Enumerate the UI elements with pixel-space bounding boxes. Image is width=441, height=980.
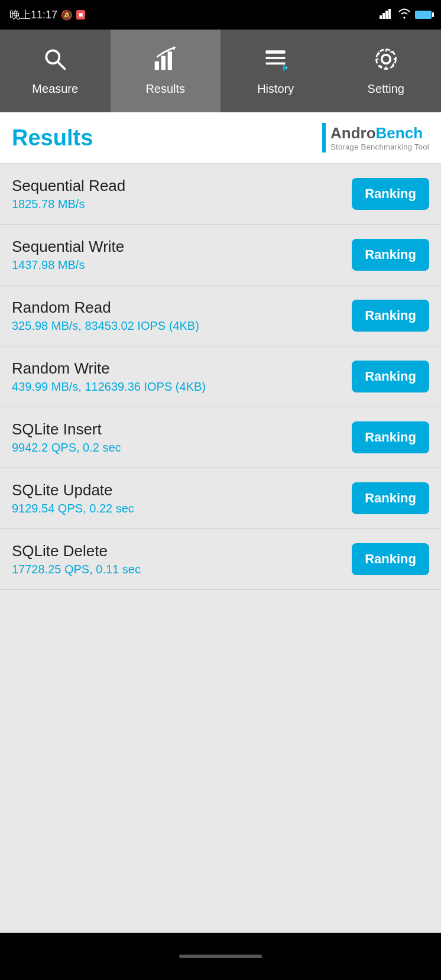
result-info: SQLite Insert 9942.2 QPS, 0.2 sec	[12, 420, 121, 455]
result-value: 9129.54 QPS, 0.22 sec	[12, 502, 134, 515]
ranking-button[interactable]: Ranking	[352, 421, 429, 453]
history-icon	[262, 46, 288, 77]
svg-rect-3	[388, 9, 391, 19]
result-name: Random Write	[12, 359, 206, 378]
result-name: SQLite Insert	[12, 420, 121, 439]
result-name: Random Read	[12, 298, 199, 317]
brand-name: AndroBench	[330, 124, 423, 142]
result-value: 1825.78 MB/s	[12, 197, 125, 211]
status-bar: 晚上11:17 🔕 ■	[0, 0, 441, 30]
ranking-button[interactable]: Ranking	[352, 239, 429, 271]
ranking-button[interactable]: Ranking	[352, 361, 429, 392]
brand-suffix: Bench	[376, 124, 423, 142]
svg-point-16	[376, 50, 395, 69]
svg-rect-11	[266, 57, 286, 59]
svg-point-14	[286, 67, 287, 69]
result-info: Random Write 439.99 MB/s, 112639.36 IOPS…	[12, 359, 206, 394]
result-item: Sequential Read 1825.78 MB/s Ranking	[0, 164, 441, 225]
result-info: SQLite Update 9129.54 QPS, 0.22 sec	[12, 481, 134, 515]
brand-subtitle: Storage Benchmarking Tool	[330, 142, 429, 151]
brand-logo: AndroBench Storage Benchmarking Tool	[322, 123, 429, 152]
svg-line-5	[58, 62, 65, 69]
nav-tabs: Measure Results History	[0, 30, 441, 112]
ranking-button[interactable]: Ranking	[352, 543, 429, 575]
home-indicator	[179, 955, 262, 958]
status-time: 晚上11:17	[9, 8, 57, 22]
result-name: Sequential Read	[12, 177, 125, 195]
result-info: Sequential Write 1437.98 MB/s	[12, 238, 124, 272]
tab-measure-label: Measure	[32, 82, 78, 96]
result-value: 1437.98 MB/s	[12, 258, 124, 272]
results-page-title: Results	[12, 125, 93, 151]
tab-setting[interactable]: Setting	[331, 30, 442, 112]
brand-prefix: Andro	[330, 124, 376, 142]
ranking-button[interactable]: Ranking	[352, 482, 429, 514]
status-left: 晚上11:17 🔕 ■	[9, 8, 85, 22]
result-value: 9942.2 QPS, 0.2 sec	[12, 441, 121, 455]
gear-icon	[373, 46, 399, 77]
status-right	[380, 8, 432, 22]
result-item: Random Read 325.98 MB/s, 83453.02 IOPS (…	[0, 285, 441, 346]
svg-rect-2	[385, 11, 388, 19]
result-info: SQLite Delete 17728.25 QPS, 0.11 sec	[12, 542, 141, 576]
tab-results[interactable]: Results	[111, 30, 221, 112]
result-value: 17728.25 QPS, 0.11 sec	[12, 563, 141, 576]
wifi-icon	[397, 8, 411, 22]
signal-icon	[380, 8, 394, 22]
search-icon	[42, 46, 68, 77]
bottom-area	[0, 933, 441, 980]
svg-rect-1	[382, 13, 385, 19]
ranking-button[interactable]: Ranking	[352, 178, 429, 210]
main-content: Results AndroBench Storage Benchmarking …	[0, 112, 441, 933]
svg-rect-0	[380, 15, 382, 19]
svg-rect-8	[167, 51, 171, 70]
tab-history[interactable]: History	[220, 30, 331, 112]
result-name: SQLite Update	[12, 481, 134, 499]
mute-icon: 🔕	[61, 9, 73, 21]
result-value: 439.99 MB/s, 112639.36 IOPS (4KB)	[12, 380, 206, 394]
result-name: Sequential Write	[12, 238, 124, 256]
record-icon: ■	[76, 10, 85, 20]
ranking-button[interactable]: Ranking	[352, 300, 429, 332]
chart-icon	[153, 46, 179, 77]
result-info: Random Read 325.98 MB/s, 83453.02 IOPS (…	[12, 298, 199, 333]
result-info: Sequential Read 1825.78 MB/s	[12, 177, 125, 211]
battery-icon	[415, 11, 432, 19]
brand-text: AndroBench Storage Benchmarking Tool	[330, 124, 429, 151]
svg-rect-12	[266, 63, 286, 65]
tab-results-label: Results	[145, 82, 185, 96]
results-list: Sequential Read 1825.78 MB/s Ranking Seq…	[0, 164, 441, 933]
svg-rect-6	[154, 61, 158, 70]
results-header: Results AndroBench Storage Benchmarking …	[0, 112, 441, 164]
result-item: SQLite Delete 17728.25 QPS, 0.11 sec Ran…	[0, 529, 441, 590]
result-item: Sequential Write 1437.98 MB/s Ranking	[0, 225, 441, 285]
svg-rect-10	[266, 50, 286, 54]
tab-setting-label: Setting	[368, 82, 404, 96]
svg-rect-7	[161, 56, 165, 70]
result-item: SQLite Update 9129.54 QPS, 0.22 sec Rank…	[0, 468, 441, 529]
brand-bar	[322, 123, 326, 152]
result-item: Random Write 439.99 MB/s, 112639.36 IOPS…	[0, 346, 441, 407]
result-name: SQLite Delete	[12, 542, 141, 560]
tab-history-label: History	[257, 82, 294, 96]
tab-measure[interactable]: Measure	[0, 30, 111, 112]
result-value: 325.98 MB/s, 83453.02 IOPS (4KB)	[12, 319, 199, 333]
result-item: SQLite Insert 9942.2 QPS, 0.2 sec Rankin…	[0, 407, 441, 468]
svg-point-15	[381, 55, 390, 64]
